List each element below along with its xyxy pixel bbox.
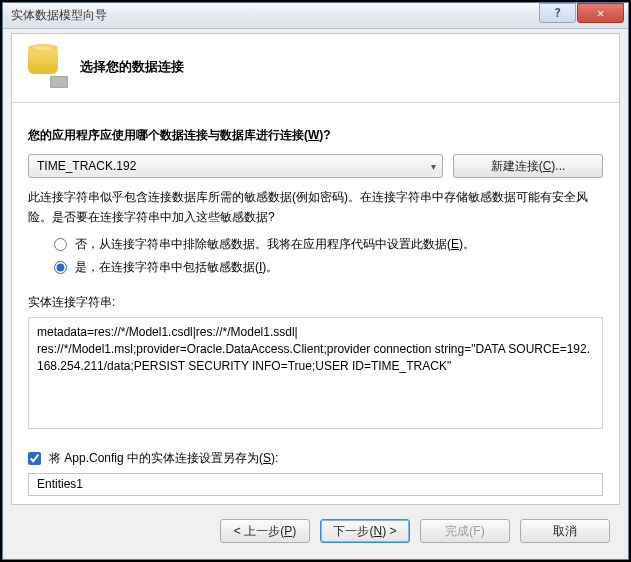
save-config-checkbox[interactable] (28, 452, 41, 465)
page-header: 选择您的数据连接 (28, 48, 603, 102)
connection-string-label: 实体连接字符串: (28, 294, 603, 311)
connection-select[interactable]: TIME_TRACK.192 ▾ (28, 154, 443, 178)
titlebar: 实体数据模型向导 ? ✕ (3, 3, 628, 29)
wizard-footer: < 上一步(P) 下一步(N) > 完成(F) 取消 (11, 513, 620, 549)
radio-exclude-sensitive[interactable]: 否，从连接字符串中排除敏感数据。我将在应用程序代码中设置此数据(E)。 (54, 236, 603, 253)
divider (12, 102, 619, 103)
connection-prompt-label: 您的应用程序应使用哪个数据连接与数据库进行连接(W)? (28, 127, 603, 144)
back-button[interactable]: < 上一步(P) (220, 519, 310, 543)
radio-include-input[interactable] (54, 261, 67, 274)
save-config-label: 将 App.Config 中的实体连接设置另存为(S): (49, 450, 278, 467)
finish-button: 完成(F) (420, 519, 510, 543)
connection-select-value: TIME_TRACK.192 (37, 159, 136, 173)
database-icon (28, 48, 66, 86)
next-button[interactable]: 下一步(N) > (320, 519, 410, 543)
page-title: 选择您的数据连接 (80, 58, 184, 76)
connection-string-textbox[interactable] (28, 317, 603, 429)
radio-include-sensitive[interactable]: 是，在连接字符串中包括敏感数据(I)。 (54, 259, 603, 276)
chevron-down-icon: ▾ (431, 161, 436, 172)
help-button[interactable]: ? (539, 3, 576, 23)
dialog-window: 实体数据模型向导 ? ✕ 选择您的数据连接 您的应用程序应使用哪个数据连接与数据… (2, 2, 629, 560)
sensitive-data-warning: 此连接字符串似乎包含连接数据库所需的敏感数据(例如密码)。在连接字符串中存储敏感… (28, 188, 603, 228)
sensitive-data-radio-group: 否，从连接字符串中排除敏感数据。我将在应用程序代码中设置此数据(E)。 是，在连… (28, 236, 603, 276)
dialog-content: 选择您的数据连接 您的应用程序应使用哪个数据连接与数据库进行连接(W)? TIM… (11, 33, 620, 505)
save-config-name-input[interactable] (28, 473, 603, 496)
radio-exclude-input[interactable] (54, 238, 67, 251)
new-connection-button[interactable]: 新建连接(C)... (453, 154, 603, 178)
close-button[interactable]: ✕ (577, 3, 624, 23)
window-title: 实体数据模型向导 (11, 7, 539, 24)
cancel-button[interactable]: 取消 (520, 519, 610, 543)
